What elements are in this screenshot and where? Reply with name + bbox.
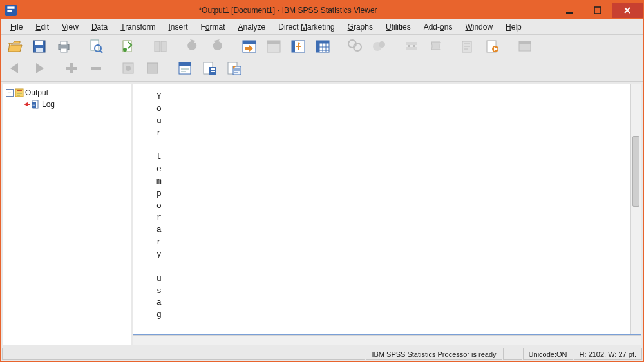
- separator: [450, 36, 455, 57]
- recall-dialog-icon[interactable]: [149, 36, 171, 57]
- vertical-scrollbar[interactable]: [630, 84, 641, 334]
- log-char: u: [156, 115, 162, 128]
- menu-addons[interactable]: Add-ons: [417, 19, 459, 34]
- menu-help[interactable]: Help: [499, 19, 528, 34]
- undo-icon[interactable]: [182, 36, 204, 57]
- chart-builder-icon[interactable]: [344, 36, 366, 57]
- menu-view[interactable]: View: [55, 19, 85, 34]
- log-char: [156, 139, 162, 151]
- tree-node-log[interactable]: Log: [6, 99, 128, 110]
- menu-graphs[interactable]: Graphs: [341, 19, 379, 34]
- window-title: *Output1 [Document1] - IBM SPSS Statisti…: [21, 6, 555, 15]
- app-window: *Output1 [Document1] - IBM SPSS Statisti…: [0, 0, 644, 362]
- menu-utilities[interactable]: Utilities: [379, 19, 417, 34]
- weight-cases-icon[interactable]: [425, 36, 447, 57]
- hide-icon[interactable]: [142, 58, 164, 79]
- svg-rect-43: [66, 67, 77, 70]
- separator: [174, 36, 179, 57]
- toolbar-row-1: [4, 36, 640, 57]
- insert-heading-icon[interactable]: [174, 58, 196, 79]
- separator: [506, 36, 511, 57]
- log-char: p: [156, 188, 162, 200]
- horizontal-scrollbar[interactable]: [133, 335, 641, 345]
- minimize-button[interactable]: [555, 3, 583, 18]
- print-icon[interactable]: [53, 36, 75, 57]
- svg-rect-59: [17, 93, 22, 94]
- variables-icon[interactable]: [287, 36, 309, 57]
- tree-pointer-icon: [24, 101, 30, 108]
- tree-collapse-icon[interactable]: −: [6, 89, 14, 97]
- output-viewer-pane[interactable]: Your temporary usag: [133, 84, 641, 335]
- svg-point-31: [379, 41, 385, 48]
- workspace: − Output Log Your temporary usag: [1, 82, 643, 347]
- svg-rect-21: [267, 41, 280, 44]
- svg-rect-16: [161, 41, 166, 52]
- menu-file[interactable]: File: [4, 19, 29, 34]
- export-icon[interactable]: [117, 36, 139, 57]
- expand-icon[interactable]: [61, 58, 82, 79]
- goto-case-icon[interactable]: [263, 36, 285, 57]
- status-spacer: [2, 348, 365, 360]
- svg-rect-39: [519, 41, 531, 44]
- menu-direct-marketing[interactable]: Direct Marketing: [272, 19, 341, 34]
- separator: [231, 36, 236, 57]
- redo-icon[interactable]: [206, 36, 228, 57]
- compute-icon[interactable]: [368, 36, 390, 57]
- outline-pane[interactable]: − Output Log: [3, 84, 131, 345]
- menu-edit[interactable]: Edit: [29, 19, 55, 34]
- log-node-icon: [32, 100, 41, 109]
- log-char: g: [156, 309, 162, 321]
- save-icon[interactable]: [28, 36, 50, 57]
- tree-node-label: Output: [25, 88, 48, 97]
- insert-text-icon[interactable]: [223, 58, 245, 79]
- menu-window[interactable]: Window: [459, 19, 499, 34]
- svg-rect-62: [27, 104, 30, 105]
- run-script-icon[interactable]: [482, 36, 504, 57]
- show-hidden-icon[interactable]: [117, 58, 139, 79]
- log-char: r: [156, 128, 162, 140]
- open-icon[interactable]: [4, 36, 26, 57]
- back-icon[interactable]: [4, 58, 26, 79]
- forward-icon[interactable]: [28, 58, 50, 79]
- menu-data[interactable]: Data: [85, 19, 114, 34]
- scrollbar-track[interactable]: [631, 84, 641, 334]
- insert-title-icon[interactable]: [198, 58, 220, 79]
- svg-rect-33: [406, 47, 417, 50]
- print-preview-icon[interactable]: [85, 36, 107, 57]
- tree-node-output[interactable]: − Output: [6, 87, 128, 99]
- svg-rect-32: [406, 42, 417, 45]
- output-node-icon: [15, 88, 24, 97]
- svg-marker-40: [10, 63, 18, 73]
- svg-point-46: [126, 66, 131, 71]
- svg-rect-52: [211, 68, 215, 70]
- svg-point-14: [123, 48, 127, 52]
- separator: [393, 36, 398, 57]
- log-char: [156, 261, 162, 273]
- menu-analyze[interactable]: Analyze: [232, 19, 272, 34]
- menu-insert[interactable]: Insert: [162, 19, 194, 34]
- log-char: t: [156, 151, 162, 164]
- statusbar: IBM SPSS Statistics Processor is ready U…: [1, 347, 643, 361]
- goto-data-icon[interactable]: [238, 36, 260, 57]
- separator: [336, 36, 341, 57]
- split-file-icon[interactable]: [401, 36, 422, 57]
- svg-rect-66: [33, 106, 35, 106]
- svg-rect-10: [61, 48, 67, 52]
- menu-transform[interactable]: Transform: [114, 19, 162, 34]
- status-unicode: Unicode:ON: [523, 348, 573, 360]
- select-cases-icon[interactable]: [312, 36, 334, 57]
- status-processor: IBM SPSS Statistics Processor is ready: [366, 348, 502, 360]
- value-labels-icon[interactable]: [457, 36, 479, 57]
- close-button[interactable]: [612, 3, 643, 18]
- separator: [77, 36, 82, 57]
- collapse-icon[interactable]: [85, 58, 107, 79]
- maximize-button[interactable]: [583, 3, 612, 18]
- svg-rect-65: [33, 104, 35, 104]
- svg-rect-47: [147, 63, 158, 73]
- separator: [53, 58, 58, 79]
- menu-format[interactable]: Format: [194, 19, 232, 34]
- svg-rect-58: [17, 90, 22, 91]
- separator: [109, 58, 115, 79]
- designate-window-icon[interactable]: [514, 36, 536, 57]
- scrollbar-thumb[interactable]: [632, 136, 639, 207]
